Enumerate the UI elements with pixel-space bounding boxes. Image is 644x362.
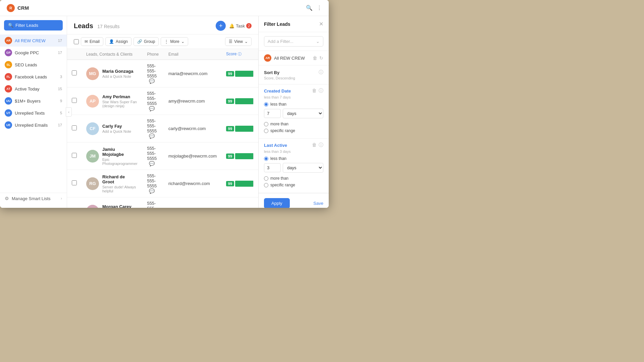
sidebar-avatar: UT (5, 109, 12, 117)
sidebar-item-unreplied-texts[interactable]: UT Unreplied Texts 5 (0, 107, 67, 119)
last-active-specific-range-radio[interactable] (264, 183, 268, 187)
refresh-icon[interactable]: ↻ (319, 55, 323, 61)
table-row[interactable]: MG Maria Gonzaga Add a Quick Note 555-55… (67, 60, 258, 87)
last-active-less-than-radio[interactable] (264, 157, 268, 161)
last-active-specific-range-row: specific range (264, 183, 323, 187)
delete-icon[interactable]: 🗑 (313, 55, 317, 61)
sidebar-item-all-rew-crew[interactable]: AR All REW CREW 17 (0, 35, 67, 47)
row-checkbox[interactable] (72, 70, 77, 75)
chat-icon[interactable]: 💬 (149, 133, 155, 139)
more-button[interactable]: ⋮ More ⌄ (161, 37, 188, 46)
last-active-value-row: days weeks months (264, 163, 323, 173)
info-icon: ⓘ (238, 52, 241, 56)
sidebar-item-count: 3 (57, 75, 62, 79)
created-date-value-row: days weeks months (264, 109, 323, 118)
sort-by-title: Sort By (264, 70, 279, 75)
created-date-section: Created Date 🗑 ⓘ less than 7 days less t… (259, 84, 329, 139)
table-row[interactable]: CF Carly Fay Add a Quick Note 555-555-55… (67, 115, 258, 142)
sidebar-item-seo-leads[interactable]: SL SEO Leads (0, 59, 67, 71)
brand: R CRM (7, 4, 29, 12)
sort-info-icon[interactable]: ⓘ (319, 69, 323, 75)
assign-button[interactable]: 👤 Assign (105, 37, 131, 46)
sidebar-item-unreplied-emails[interactable]: UE Unreplied Emails 17 (0, 119, 67, 131)
last-active-number-input[interactable] (264, 163, 281, 172)
score-badge: 99 (226, 154, 234, 159)
sidebar-avatar: AR (5, 37, 12, 44)
user-icon: 👤 (109, 39, 114, 44)
lead-email: carly@rewcrm.com (164, 115, 221, 142)
assigned-row: AR All REW CREW 🗑 ↻ (259, 51, 329, 65)
score-fill (235, 71, 253, 77)
lead-email: amy@rewcrm.com (164, 87, 221, 115)
task-button[interactable]: 🔔 Task 2 (229, 23, 252, 28)
sort-section: Sort By ⓘ Score, Descending (259, 65, 329, 84)
brand-name: CRM (17, 5, 29, 11)
save-button[interactable]: Save (313, 201, 323, 206)
table-row[interactable]: AP Amy Perlman Star Wars Super Fan (desi… (67, 87, 258, 115)
last-active-more-than-label: more than (270, 176, 288, 181)
chat-icon[interactable]: 💬 (149, 106, 155, 111)
chat-icon[interactable]: 💬 (149, 188, 155, 194)
close-icon[interactable]: ✕ (319, 21, 323, 27)
table-row[interactable]: RG Richard de Groot Server dude! Always … (67, 170, 258, 197)
email-button[interactable]: ✉ Email (81, 37, 103, 46)
chat-icon[interactable]: 💬 (149, 161, 155, 166)
sidebar-item-active-today[interactable]: AT Active Today 15 (0, 83, 67, 95)
created-date-specific-range-radio[interactable] (264, 129, 268, 133)
sidebar-item-label: Facebook Leads (15, 74, 54, 79)
view-button[interactable]: ☰ View ⌄ (225, 37, 252, 46)
created-date-unit-select[interactable]: days weeks months (283, 109, 323, 118)
last-active-info-icon[interactable]: ⓘ (319, 142, 323, 148)
sidebar-item-count: 9 (57, 99, 62, 103)
row-checkbox[interactable] (72, 125, 77, 130)
table-row[interactable]: MC Morgan Carey Wants ALL the bulldogs! … (67, 197, 258, 208)
score-track (235, 98, 254, 104)
sidebar-avatar: GP (5, 49, 12, 56)
filter-leads-button[interactable]: 🔍 Filter Leads (4, 20, 63, 31)
created-date-info-icon[interactable]: ⓘ (319, 88, 323, 94)
select-all-checkbox[interactable] (74, 39, 79, 44)
sidebar-item-sim-buyers[interactable]: UU $1M+ Buyers 9 (0, 95, 67, 107)
row-checkbox[interactable] (72, 180, 77, 185)
created-date-number-input[interactable] (264, 109, 281, 118)
sidebar-avatar: UU (5, 97, 12, 105)
lead-phone: 555-555-5555 💬 (142, 197, 164, 208)
last-active-sub: less than 3 days (264, 149, 323, 154)
lead-email: morgan@rewcrm.com (164, 197, 221, 208)
chevron-right-icon: › (61, 196, 62, 201)
created-date-more-than-radio[interactable] (264, 122, 268, 126)
row-checkbox[interactable] (72, 153, 77, 158)
task-badge: 2 (246, 23, 252, 28)
created-date-less-than-radio[interactable] (264, 102, 268, 107)
lead-info: RG Richard de Groot Server dude! Always … (86, 174, 138, 193)
leads-title: Leads (74, 22, 93, 29)
score-track (235, 181, 254, 187)
sidebar-collapse-button[interactable]: ‹ (66, 107, 72, 117)
add-filter-dropdown[interactable]: Add a Filter... ⌄ (264, 36, 323, 47)
manage-label: Manage Smart Lists (12, 196, 51, 201)
menu-icon[interactable]: ⋮ (317, 5, 322, 11)
avatar: MC (86, 205, 99, 208)
last-active-unit-select[interactable]: days weeks months (283, 163, 323, 173)
chevron-down-icon: ⌄ (181, 39, 184, 44)
manage-smart-lists[interactable]: ⚙ Manage Smart Lists › (0, 193, 67, 204)
last-active-more-than-radio[interactable] (264, 176, 268, 181)
sidebar-item-facebook-leads[interactable]: FL Facebook Leads 3 (0, 71, 67, 83)
brand-icon: R (7, 4, 15, 12)
chat-icon[interactable]: 💬 (149, 78, 155, 84)
apply-button[interactable]: Apply (264, 198, 290, 208)
lead-email: maria@rewcrm.com (164, 60, 221, 87)
created-date-specific-range-label: specific range (270, 128, 295, 133)
lead-info: CF Carly Fay Add a Quick Note (86, 122, 138, 135)
table-row[interactable]: JM Jamiu Mojolagbe Epic Photograprogramm… (67, 142, 258, 170)
created-date-delete-icon[interactable]: 🗑 (312, 88, 317, 94)
lead-info: MG Maria Gonzaga Add a Quick Note (86, 67, 138, 80)
sidebar-item-google-ppc[interactable]: GP Google PPC 17 (0, 47, 67, 59)
last-active-delete-icon[interactable]: 🗑 (312, 142, 317, 148)
email-icon: ✉ (85, 39, 88, 44)
search-icon[interactable]: 🔍 (306, 5, 313, 11)
add-lead-button[interactable]: + (216, 21, 226, 31)
filter-panel: Filter Leads ✕ Add a Filter... ⌄ AR All … (258, 16, 329, 208)
row-checkbox[interactable] (72, 98, 77, 103)
group-button[interactable]: 🔗 Group (133, 37, 159, 46)
